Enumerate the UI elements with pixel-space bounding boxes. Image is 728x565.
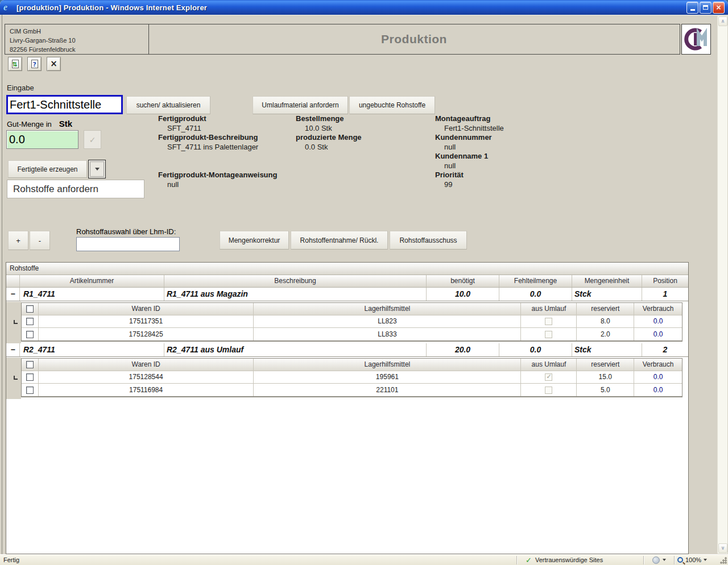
expand-all-button[interactable]: + [8, 231, 28, 250]
col-artikelnummer[interactable]: Artikelnummer [20, 275, 164, 287]
montageanweisung-value: null [158, 180, 329, 190]
row-checkbox[interactable] [26, 387, 34, 394]
lagerhilfsmittel-cell: 195961 [254, 371, 521, 383]
subtable-r2: Waren ID Lagerhilfsmittel aus Umlauf res… [21, 358, 682, 397]
subtable-header: Waren ID Lagerhilfsmittel aus Umlauf res… [22, 359, 682, 371]
action-dropdown-toggle[interactable] [88, 160, 106, 178]
help-button[interactable]: ? [27, 57, 42, 71]
collapse-all-button[interactable]: - [30, 231, 50, 250]
fehlteilmenge-cell: 0.0 [499, 343, 572, 356]
col-lagerhilfsmittel[interactable]: Lagerhilfsmittel [254, 303, 521, 315]
search-refresh-button[interactable]: suchen/ aktualisieren [126, 96, 210, 114]
col-aus-umlauf[interactable]: aus Umlauf [521, 303, 577, 315]
auftrag-info: Montageauftrag Fert1-Schnittstelle Kunde… [435, 114, 560, 189]
waren-id-cell: 175128425 [39, 328, 254, 340]
col-beschreibung[interactable]: Beschreibung [164, 275, 427, 287]
col-waren-id[interactable]: Waren ID [39, 303, 254, 315]
aus-umlauf-checkbox [545, 318, 552, 325]
fertigprodukt-value: SFT_4711 [158, 124, 295, 134]
montageauftrag-label: Montageauftrag [435, 114, 560, 124]
benoetigt-cell: 20.0 [427, 343, 499, 356]
row-checkbox[interactable] [26, 318, 34, 325]
refresh-icon: ⇅ [12, 60, 19, 68]
magnifier-icon [677, 557, 683, 563]
close-page-button[interactable]: × [47, 57, 61, 71]
subtable-header: Waren ID Lagerhilfsmittel aus Umlauf res… [22, 303, 682, 315]
beschreibung-cell: R1_4711 aus Magazin [164, 288, 427, 301]
lagerhilfsmittel-cell: LL833 [254, 328, 521, 340]
fertigteile-erzeugen-button[interactable]: Fertigteile erzeugen [8, 160, 87, 178]
prioritaet-value: 99 [435, 180, 560, 190]
kundennummer-value: null [435, 143, 560, 152]
waren-id-cell: 175116984 [39, 384, 254, 396]
mengeneinheit-cell: Stck [572, 288, 642, 301]
subtable-section-r1: Waren ID Lagerhilfsmittel aus Umlauf res… [6, 302, 688, 343]
bestellmenge-label: Bestellmenge [296, 114, 410, 124]
collapse-toggle[interactable]: − [6, 343, 20, 356]
col-position[interactable]: Position [642, 275, 688, 287]
close-icon: × [50, 60, 57, 68]
focus-outline [90, 161, 104, 177]
ungebuchte-rohstoffe-button[interactable]: ungebuchte Rohstoffe [349, 96, 435, 114]
company-name: CIM GmbH [10, 27, 76, 36]
row-checkbox[interactable] [26, 331, 34, 338]
col-verbrauch[interactable]: Verbrauch [634, 303, 682, 315]
confirm-button[interactable]: ✓ [84, 130, 101, 149]
zoom-level: 100% [685, 556, 701, 563]
minimize-button[interactable] [686, 2, 698, 14]
gutmenge-input[interactable] [6, 130, 78, 149]
col-waren-id[interactable]: Waren ID [39, 359, 254, 371]
beschreibung-value: SFT_4711 ins Palettenlager [158, 143, 295, 152]
col-benoetigt[interactable]: benötigt [427, 275, 499, 287]
rohstoffentnahme-button[interactable]: Rohstoffentnahme/ Rückl. [291, 231, 388, 250]
resize-grip[interactable] [719, 556, 727, 564]
close-button[interactable]: × [713, 2, 725, 14]
check-icon: ✓ [89, 135, 96, 144]
reserviert-cell: 2.0 [577, 328, 634, 340]
restore-button[interactable] [700, 2, 712, 14]
internet-explorer-icon: e [3, 2, 14, 13]
security-zone[interactable]: ✓ Vertrauenswürdige Sites [518, 556, 643, 564]
lhm-id-input[interactable] [76, 237, 180, 251]
zoom-control[interactable]: 100% [675, 556, 717, 563]
window-title: [produktion] Produktion - Windows Intern… [16, 3, 207, 12]
scroll-up-button[interactable]: ∧ [718, 16, 727, 26]
col-mengeneinheit[interactable]: Mengeneinheit [572, 275, 642, 287]
group-row-r2: − R2_4711 R2_4711 aus Umlauf 20.0 0.0 St… [6, 343, 688, 357]
collapse-toggle[interactable]: − [6, 288, 20, 301]
vertical-scrollbar[interactable]: ∧ ∨ [717, 16, 727, 554]
col-reserviert[interactable]: reserviert [577, 359, 634, 371]
title-bar: e [produktion] Produktion - Windows Inte… [0, 0, 728, 15]
col-fehlteilmenge[interactable]: Fehlteilmenge [499, 275, 572, 287]
umlaufmaterial-button[interactable]: Umlaufmaterial anfordern [253, 96, 348, 114]
row-checkbox[interactable] [26, 373, 34, 381]
col-lagerhilfsmittel[interactable]: Lagerhilfsmittel [254, 359, 521, 371]
refresh-button[interactable]: ⇅ [8, 57, 22, 71]
fertigprodukt-info: Fertigprodukt SFT_4711 Fertigprodukt-Bes… [158, 114, 295, 152]
group-row-r1: − R1_4711 R1_4711 aus Magazin 10.0 0.0 S… [6, 288, 688, 301]
company-city: 82256 Fürstenfeldbruck [10, 45, 76, 55]
table-header-row: Artikelnummer Beschreibung benötigt Fehl… [6, 275, 688, 288]
page-header: CIM GmbH Livry-Gargan-Straße 10 82256 Fü… [5, 24, 680, 55]
page-title: Produktion [148, 24, 680, 54]
subtable-row: 175117351 LL823 8.0 0.0 [22, 315, 682, 328]
gutmenge-label: Gut-Menge inStk [7, 119, 72, 128]
subtable-gutter [6, 302, 21, 343]
rohstoffausschuss-button[interactable]: Rohstoffausschuss [390, 231, 467, 250]
eingabe-input[interactable] [6, 95, 123, 114]
col-aus-umlauf[interactable]: aus Umlauf [521, 359, 577, 371]
aus-umlauf-checkbox [545, 387, 552, 394]
select-all-checkbox[interactable] [26, 305, 34, 313]
action-dropdown-option[interactable]: Rohstoffe anfordern [7, 180, 144, 198]
mengenkorrektur-button[interactable]: Mengenkorrektur [220, 231, 289, 250]
col-reserviert[interactable]: reserviert [577, 303, 634, 315]
scroll-down-button[interactable]: ∨ [718, 543, 727, 553]
branch-icon [14, 376, 18, 380]
fehlteilmenge-cell: 0.0 [499, 288, 572, 301]
protected-mode-control[interactable] [644, 556, 674, 564]
browser-window: e [produktion] Produktion - Windows Inte… [0, 0, 728, 565]
subtable-r1: Waren ID Lagerhilfsmittel aus Umlauf res… [21, 302, 682, 342]
col-verbrauch[interactable]: Verbrauch [634, 359, 682, 371]
select-all-checkbox[interactable] [26, 361, 34, 368]
lagerhilfsmittel-cell: 221101 [254, 384, 521, 396]
